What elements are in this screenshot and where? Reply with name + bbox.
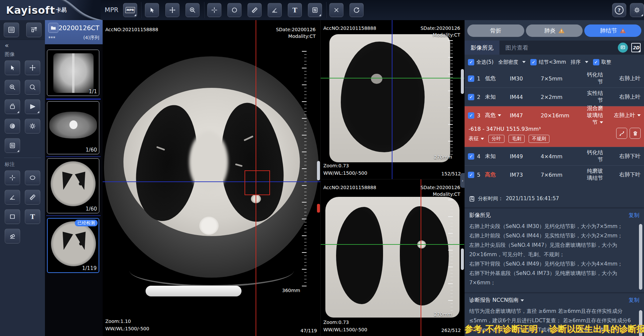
- angle-tool-button[interactable]: [268, 3, 282, 17]
- measure-tool-button[interactable]: [25, 190, 40, 205]
- mode-lung-nodule[interactable]: 肺结节 !: [584, 24, 641, 37]
- series-separator: [46, 99, 101, 100]
- select-tool-button[interactable]: [5, 60, 20, 75]
- thumbnail-series-3[interactable]: 1/60: [47, 158, 99, 213]
- eraser-tool-button[interactable]: [5, 229, 20, 243]
- modality: Modality:CT: [433, 32, 460, 38]
- ellipse-tool-button[interactable]: [25, 170, 40, 185]
- report-bubble-icon[interactable]: [618, 43, 628, 53]
- axial-viewport[interactable]: 360mm AccNO:202101158888 SDate:20200126 …: [103, 20, 321, 336]
- text-tool-button[interactable]: T: [288, 3, 302, 17]
- sagittal-viewport[interactable]: 270mm AccNO:202101158888 SDate:20200126 …: [321, 20, 464, 179]
- tab-picture-view[interactable]: 图片查看: [499, 41, 534, 55]
- findings-title: 影像所见: [469, 212, 491, 219]
- 2d-view-icon[interactable]: 2D: [631, 43, 641, 52]
- tab-image-findings[interactable]: 影像所见: [465, 41, 499, 55]
- study-header[interactable]: 20200126CT *** (4)序列: [45, 20, 103, 44]
- feature-chip[interactable]: 不规则: [529, 135, 549, 143]
- window-level-button[interactable]: [5, 138, 20, 153]
- crosshair-tool-button[interactable]: [207, 3, 221, 17]
- mpr-crosshair-horizontal[interactable]: [321, 78, 464, 78]
- features-dropdown[interactable]: 表征: [469, 135, 486, 142]
- feature-chip[interactable]: 毛刺: [508, 135, 525, 143]
- mode-pneumonia[interactable]: 肺炎 !: [526, 24, 583, 37]
- text-tool-icon: T: [30, 213, 35, 220]
- mpr-crosshair-vertical[interactable]: [421, 179, 421, 336]
- mpr-layout-button[interactable]: MPR: [123, 3, 137, 17]
- crosshair-tool-button[interactable]: [5, 170, 20, 185]
- mpr-crosshair-horizontal[interactable]: [103, 181, 320, 182]
- adjust-tool-button[interactable]: [308, 3, 322, 17]
- pan-tool-button[interactable]: [165, 3, 179, 17]
- rotate-tool-button[interactable]: [5, 99, 20, 114]
- location-dropdown[interactable]: 左肺上叶: [603, 112, 641, 119]
- mpr-crosshair-vertical[interactable]: [392, 20, 392, 179]
- mode-fracture[interactable]: 骨折: [467, 24, 524, 37]
- text-tool-button[interactable]: T: [25, 209, 40, 224]
- slice-scrollbar-handle[interactable]: [317, 161, 320, 180]
- checkbox-checked[interactable]: ✓: [468, 112, 474, 119]
- thumbnail-series-4-selected[interactable]: 已经检测 1/119: [47, 218, 99, 273]
- brightness-tool-button[interactable]: [25, 119, 40, 133]
- settings-button[interactable]: [630, 3, 644, 17]
- close-layout-button[interactable]: [26, 22, 42, 37]
- nodule-row-5[interactable]: ✓ 5 高危 IM73 7×6mm 纯磨玻璃结节 右肺下叶: [465, 166, 644, 184]
- coronal-viewport[interactable]: 270mm AccNO:202101158888 SDate:20200126 …: [321, 179, 464, 336]
- right-panel-collapse-handle[interactable]: ›: [460, 173, 465, 188]
- pan-tool-button[interactable]: [25, 60, 40, 75]
- nodule-row-4[interactable]: ✓ 4 未知 IM49 4×4mm 钙化结节 右肺下叶: [465, 147, 644, 166]
- select-tool-button[interactable]: [145, 3, 159, 17]
- zoom-in-tool-button[interactable]: [5, 80, 20, 95]
- ellipse-tool-button[interactable]: [227, 3, 241, 17]
- mpr-crosshair-horizontal[interactable]: [321, 244, 464, 245]
- zoom-tool-button[interactable]: [185, 3, 200, 17]
- filter-sort-dropdown[interactable]: 排序: [571, 59, 588, 65]
- checkbox-checked[interactable]: ✓: [530, 59, 537, 65]
- checkbox-checked[interactable]: ✓: [468, 75, 474, 82]
- slice-scrollbar-handle[interactable]: [461, 248, 464, 270]
- delete-annotation-button[interactable]: [329, 3, 343, 17]
- filter-select-all[interactable]: ✓ 全选(5): [468, 59, 493, 65]
- brightness-icon: [29, 123, 36, 129]
- nodule-roi-box[interactable]: [245, 170, 270, 195]
- nodule-row-3-selected[interactable]: ✓ 3 高危 IM47 20×16mm 混合磨玻璃结节 左肺上叶: [465, 106, 644, 124]
- magnify-tool-button[interactable]: [25, 80, 40, 95]
- folder-icon[interactable]: [48, 23, 58, 33]
- copy-report-link[interactable]: 复制: [629, 297, 639, 304]
- delete-nodule-button[interactable]: [630, 128, 641, 139]
- copy-findings-link[interactable]: 复制: [629, 212, 639, 219]
- filter-small-nodule[interactable]: ✓ 结节<3mm: [530, 59, 566, 65]
- rail-collapse-button[interactable]: «: [0, 40, 45, 49]
- checkbox-checked[interactable]: ✓: [593, 59, 599, 65]
- checkbox-checked[interactable]: ✓: [468, 94, 474, 100]
- nodule-row-1[interactable]: ✓ 1 低危 IM30 7×5mm 钙化结节 右肺上叶: [465, 69, 644, 88]
- invert-tool-button[interactable]: [5, 119, 20, 133]
- risk-dropdown[interactable]: 高危: [485, 112, 510, 119]
- checkbox-checked[interactable]: ✓: [468, 153, 474, 160]
- zoom-factor: Zoom:0.73: [323, 319, 349, 326]
- measure-tool-button[interactable]: [248, 3, 262, 17]
- checkbox-checked[interactable]: ✓: [468, 172, 474, 178]
- reset-button[interactable]: [350, 3, 364, 17]
- report-title[interactable]: 诊断报告 NCCN指南: [469, 297, 524, 304]
- help-button[interactable]: ?: [612, 3, 626, 17]
- checkbox-checked[interactable]: ✓: [468, 59, 474, 65]
- feature-chip[interactable]: 分叶: [488, 135, 504, 143]
- rectangle-tool-button[interactable]: [5, 209, 20, 224]
- ruler-icon: [251, 7, 258, 13]
- filter-density-dropdown[interactable]: 全部密度: [498, 59, 526, 65]
- thumbnail-series-2[interactable]: 1/60: [47, 101, 99, 154]
- slice-scrollbar-handle[interactable]: [461, 69, 464, 94]
- nodule-row-2[interactable]: ✓ 2 未知 IM44 2×2mm 实性结节 右肺上叶: [465, 88, 644, 106]
- locate-route-button[interactable]: [616, 128, 627, 139]
- ruler-icon: [29, 194, 36, 201]
- nodule-position-tick[interactable]: [317, 204, 320, 213]
- type-dropdown[interactable]: 混合磨玻璃结节: [583, 105, 603, 126]
- angle-tool-button[interactable]: [5, 190, 20, 205]
- rail-section-annotation: 标注: [0, 159, 45, 169]
- thumbnail-scout[interactable]: 1/1: [47, 50, 99, 96]
- findings-scrollbar[interactable]: [639, 224, 642, 290]
- flip-cine-button[interactable]: [25, 99, 40, 114]
- series-list-button[interactable]: [4, 22, 19, 37]
- filter-round[interactable]: ✓ 取整: [593, 59, 611, 65]
